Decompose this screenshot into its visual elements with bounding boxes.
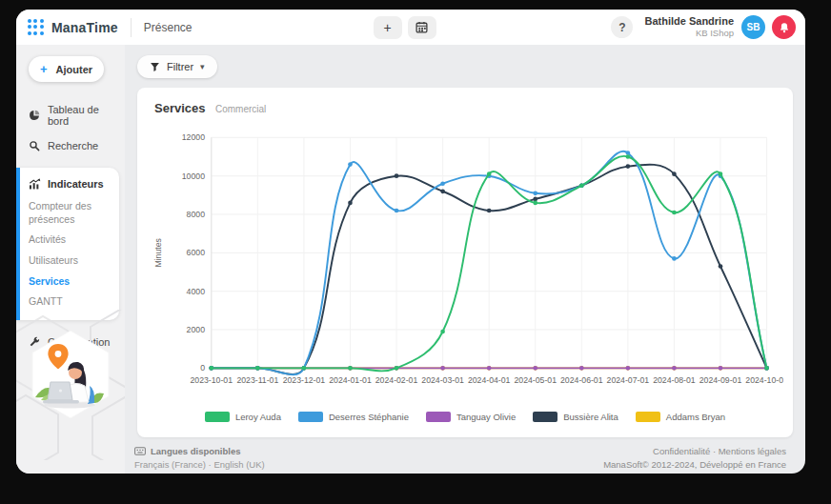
content-area: Filtrer ▾ Services Commercial 0200040006… xyxy=(125,45,805,474)
svg-text:2024-10-01: 2024-10-01 xyxy=(745,375,783,385)
toolbar: Filtrer ▾ xyxy=(125,45,805,78)
card-subtitle: Commercial xyxy=(215,104,266,114)
user-name: Bathilde Sandrine xyxy=(644,15,734,29)
card-title: Services xyxy=(154,101,206,115)
app-window: ManaTime Présence + ? Bathilde Sandrine … xyxy=(16,10,805,474)
sidebar-section-label: Indicateurs xyxy=(48,178,104,190)
svg-text:2000: 2000 xyxy=(187,325,206,334)
manatime-logo-icon[interactable] xyxy=(28,19,44,35)
sidebar-item-search[interactable]: Recherche xyxy=(16,133,125,158)
wrench-icon xyxy=(29,336,40,348)
top-header: ManaTime Présence + ? Bathilde Sandrine … xyxy=(16,10,805,45)
svg-text:2023-10-01: 2023-10-01 xyxy=(191,375,233,385)
avatar[interactable]: SB xyxy=(741,15,765,39)
page-title: Présence xyxy=(144,21,193,34)
legend-item[interactable]: Deserres Stéphanie xyxy=(298,412,409,422)
svg-text:2024-05-01: 2024-05-01 xyxy=(514,375,557,385)
languages-title: Langues disponibles xyxy=(151,445,241,458)
legend-swatch-icon xyxy=(636,412,660,422)
svg-text:2023-11-01: 2023-11-01 xyxy=(236,375,278,385)
svg-text:2024-07-01: 2024-07-01 xyxy=(607,375,650,385)
services-line-chart: 0200040006000800010000120002023-10-01202… xyxy=(147,122,783,404)
sidebar-item-compteur-presences[interactable]: Compteur des présences xyxy=(16,196,119,230)
svg-text:6000: 6000 xyxy=(187,248,206,257)
svg-text:10000: 10000 xyxy=(182,171,205,181)
add-entry-button[interactable]: + Ajouter xyxy=(29,56,104,82)
legend-swatch-icon xyxy=(205,412,230,422)
svg-text:2024-02-01: 2024-02-01 xyxy=(375,375,418,385)
search-icon xyxy=(29,140,40,151)
chevron-down-icon: ▾ xyxy=(200,62,205,71)
svg-text:2024-06-01: 2024-06-01 xyxy=(560,375,603,385)
legend-label: Leroy Auda xyxy=(235,412,281,422)
filter-label: Filtrer xyxy=(167,61,193,72)
sidebar-item-activites[interactable]: Activités xyxy=(16,230,119,251)
svg-text:2024-04-01: 2024-04-01 xyxy=(468,375,511,385)
funnel-icon xyxy=(150,62,160,72)
legend-swatch-icon xyxy=(298,412,323,422)
sidebar-item-utilisateurs[interactable]: Utilisateurs xyxy=(16,251,119,272)
svg-text:12000: 12000 xyxy=(182,132,205,142)
user-block[interactable]: Bathilde Sandrine KB IShop xyxy=(644,15,734,40)
svg-text:2024-09-01: 2024-09-01 xyxy=(699,375,742,385)
bell-icon xyxy=(779,22,790,33)
add-button[interactable]: + xyxy=(374,16,402,39)
footer: Langues disponibles Français (France) · … xyxy=(125,437,805,474)
calendar-icon xyxy=(416,21,428,33)
sidebar-item-configuration[interactable]: Configuration xyxy=(16,330,125,354)
sidebar-item-label: Configuration xyxy=(48,336,110,348)
pie-chart-icon xyxy=(29,110,40,121)
plus-icon: + xyxy=(383,20,391,35)
filter-button[interactable]: Filtrer ▾ xyxy=(137,55,217,78)
svg-text:4000: 4000 xyxy=(187,287,206,296)
sidebar-item-label: Tableau de bord xyxy=(48,104,112,127)
help-button[interactable]: ? xyxy=(611,16,633,38)
user-org: KB IShop xyxy=(644,28,734,39)
sidebar-item-indicateurs[interactable]: Indicateurs xyxy=(16,176,119,196)
legend-label: Tanguay Olivie xyxy=(456,412,516,422)
calendar-button[interactable] xyxy=(408,16,436,39)
chart-legend: Leroy AudaDeserres StéphanieTanguay Oliv… xyxy=(147,412,783,422)
plus-icon: + xyxy=(40,62,48,76)
svg-text:8000: 8000 xyxy=(187,210,206,219)
legend-swatch-icon xyxy=(533,412,557,422)
svg-text:2024-08-01: 2024-08-01 xyxy=(653,375,696,385)
copyright: ManaSoft© 2012-2024, Développé en France xyxy=(603,458,786,472)
legend-item[interactable]: Addams Bryan xyxy=(636,412,725,422)
sidebar: + Ajouter Tableau de bord Recherche Indi… xyxy=(16,45,125,474)
legend-label: Bussière Alita xyxy=(563,412,618,422)
legend-label: Deserres Stéphanie xyxy=(329,412,409,422)
help-icon: ? xyxy=(618,21,625,34)
sidebar-item-dashboard[interactable]: Tableau de bord xyxy=(16,97,125,133)
legend-swatch-icon xyxy=(426,412,451,422)
svg-text:2024-03-01: 2024-03-01 xyxy=(421,375,464,385)
sidebar-item-label: Recherche xyxy=(48,140,98,151)
svg-text:Minutes: Minutes xyxy=(153,237,163,267)
legend-item[interactable]: Bussière Alita xyxy=(533,412,618,422)
sidebar-item-gantt[interactable]: GANTT xyxy=(16,292,119,312)
avatar-initials: SB xyxy=(747,22,760,32)
bar-chart-icon xyxy=(29,178,41,190)
svg-text:2023-12-01: 2023-12-01 xyxy=(283,375,326,385)
add-entry-label: Ajouter xyxy=(56,64,93,75)
sidebar-section-indicateurs: Indicateurs Compteur des présences Activ… xyxy=(16,168,119,320)
app-name: ManaTime xyxy=(51,20,118,35)
languages-list[interactable]: Français (France) · English (UK) xyxy=(134,458,265,472)
legend-item[interactable]: Leroy Auda xyxy=(205,412,281,422)
legend-label: Addams Bryan xyxy=(666,412,725,422)
services-card: Services Commercial 02000400060008000100… xyxy=(137,88,793,437)
legal-links[interactable]: Confidentialité · Mentions légales xyxy=(603,445,786,458)
notifications-button[interactable] xyxy=(772,15,796,39)
svg-text:2024-01-01: 2024-01-01 xyxy=(329,375,372,385)
legend-item[interactable]: Tanguay Olivie xyxy=(426,412,516,422)
sidebar-item-services[interactable]: Services xyxy=(16,272,119,292)
keyboard-icon xyxy=(134,447,146,455)
header-divider xyxy=(131,18,132,37)
svg-text:0: 0 xyxy=(200,363,205,373)
